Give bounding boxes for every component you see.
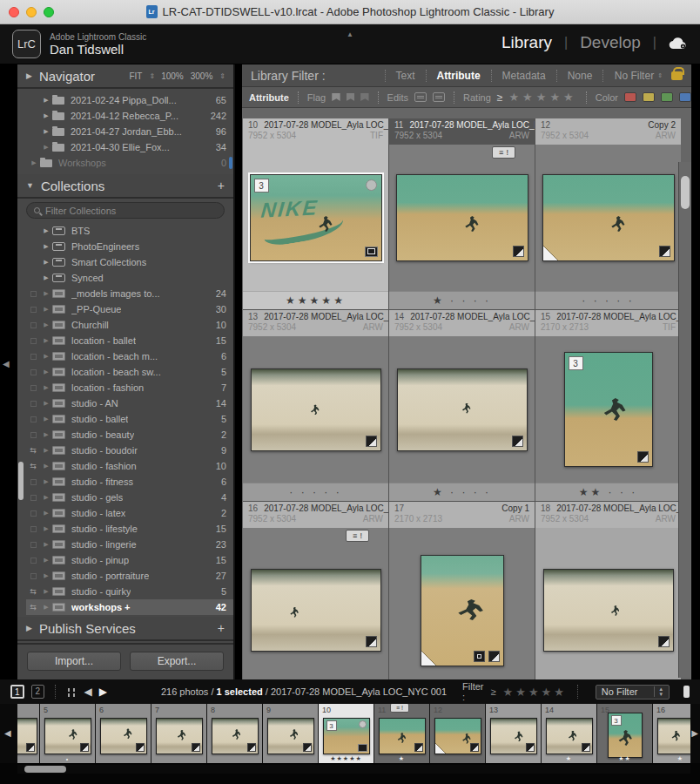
filmstrip-scrollbar-thumb[interactable] xyxy=(24,766,66,773)
filmstrip-thumbnail[interactable] xyxy=(100,718,147,754)
photo-thumbnail[interactable] xyxy=(251,368,381,451)
filmstrip-thumbnail[interactable] xyxy=(657,718,691,754)
edited-badge-icon[interactable] xyxy=(366,436,377,447)
filter-tab-attribute[interactable]: Attribute xyxy=(426,70,491,82)
collapse-top-panel-icon[interactable]: ▲ xyxy=(347,30,353,38)
cell-rating-stars[interactable]: · · · · · xyxy=(535,291,681,309)
metadata-conflict-badge[interactable]: ≡! xyxy=(492,146,515,159)
selection-circle-icon[interactable] xyxy=(359,720,367,728)
collection-row[interactable]: ▶studio - boudoir9 xyxy=(26,443,233,458)
edited-filter-icon[interactable] xyxy=(414,92,427,102)
stack-count-badge[interactable]: 3 xyxy=(326,720,337,731)
expander-icon[interactable]: ▶ xyxy=(40,243,52,250)
collection-row[interactable]: ▶studio - fitness6 xyxy=(26,474,233,490)
collection-set-row[interactable]: ▶ PhotoEngineers xyxy=(26,239,233,254)
photo-thumbnail[interactable]: NIKE 3 xyxy=(250,174,382,261)
expander-icon[interactable]: ▼ xyxy=(26,181,34,190)
expander-icon[interactable]: ▶ xyxy=(40,306,52,313)
expander-icon[interactable]: ▶ xyxy=(40,368,52,375)
stepper-icon[interactable]: ▲▼ xyxy=(654,686,663,697)
photo-thumbnail[interactable] xyxy=(396,174,528,261)
cell-rating-stars[interactable]: ★ · · · · xyxy=(389,483,535,501)
collection-row[interactable]: ▶studio - beauty2 xyxy=(26,427,233,443)
filmstrip-thumbnail[interactable] xyxy=(546,718,593,754)
filter-tab-text[interactable]: Text xyxy=(385,70,426,82)
add-collection-button[interactable]: + xyxy=(218,179,225,193)
filmstrip-source-indicator[interactable] xyxy=(683,686,690,698)
back-arrow-icon[interactable]: ◀ xyxy=(84,686,91,698)
collection-row[interactable]: ▶studio - portraiture27 xyxy=(26,568,233,584)
filmstrip-cell[interactable]: 16 ★ xyxy=(653,704,690,763)
filter-tab-metadata[interactable]: Metadata xyxy=(491,70,556,82)
color-filter-blue[interactable] xyxy=(679,92,691,102)
flag-picked-icon[interactable] xyxy=(332,93,340,101)
photo-thumbnail[interactable] xyxy=(421,555,504,666)
grid-cell[interactable]: 112017-07-28 MODEL_Ayla LOC_NYC 0011 795… xyxy=(389,118,535,309)
filmstrip-cell[interactable]: 13 xyxy=(486,704,542,763)
collection-row[interactable]: ▶location - beach sw...5 xyxy=(26,364,233,380)
stack-count-badge[interactable]: 3 xyxy=(611,715,622,726)
folder-row[interactable]: ▶ 2021-02-24 Pippa_Doll... 65 xyxy=(40,92,233,108)
navigator-zoom-300-button[interactable]: 300% xyxy=(191,71,213,81)
expander-icon[interactable]: ▶ xyxy=(26,71,32,80)
filter-stars[interactable]: ★★★★★ xyxy=(503,686,567,699)
edited-badge-icon[interactable] xyxy=(658,636,670,647)
expander-icon[interactable]: ▶ xyxy=(40,604,52,611)
edited-badge-icon[interactable] xyxy=(659,246,670,257)
collection-row[interactable]: ▶location - fashion7 xyxy=(26,380,233,395)
collection-row[interactable]: ▶studio - fashion10 xyxy=(26,458,233,474)
cell-rating-stars[interactable]: ★★ · · · xyxy=(535,483,681,501)
expander-icon[interactable]: ▶ xyxy=(40,557,52,564)
edited-badge-icon[interactable] xyxy=(488,651,500,662)
cell-rating-stars[interactable]: ★★★★★ xyxy=(243,291,388,309)
export-button[interactable]: Export... xyxy=(130,652,224,671)
grid-scrollbar-thumb[interactable] xyxy=(681,176,690,209)
selection-circle-icon[interactable] xyxy=(366,179,377,191)
expander-icon[interactable]: ▶ xyxy=(40,337,52,344)
collection-row[interactable]: ▶location - ballet15 xyxy=(26,333,233,348)
edited-badge-icon[interactable] xyxy=(512,436,523,447)
filmstrip-cell[interactable]: 12 xyxy=(430,704,486,763)
chevron-updown-icon[interactable]: ⇕ xyxy=(149,72,154,80)
folder-row[interactable]: ▶ 2021-04-30 Ellie_Fox... 34 xyxy=(40,139,233,155)
filmstrip-scroll-right-icon[interactable]: ▶ xyxy=(691,728,698,738)
filmstrip-cell[interactable]: 15 3 ★★ xyxy=(597,704,653,763)
filter-gte-toggle[interactable]: ≥ xyxy=(491,686,496,697)
filmstrip-cell[interactable]: 8 xyxy=(207,704,263,763)
folder-row[interactable]: ▶ Workshops 0 xyxy=(28,155,233,171)
collection-row[interactable]: ▶studio - ballet5 xyxy=(26,411,233,427)
expander-icon[interactable]: ▶ xyxy=(40,431,52,438)
collection-row[interactable]: ▶studio - AN14 xyxy=(26,395,233,411)
collection-set-row[interactable]: ▶ Smart Collections xyxy=(26,254,233,270)
rating-stars-filter[interactable]: ★★★★★ xyxy=(508,91,576,104)
expander-icon[interactable]: ▶ xyxy=(40,447,52,454)
filmstrip-thumbnail[interactable] xyxy=(156,718,203,754)
expander-icon[interactable]: ▶ xyxy=(40,588,52,595)
flag-rejected-icon[interactable] xyxy=(360,93,368,101)
crop-badge-icon[interactable] xyxy=(474,651,485,662)
expander-icon[interactable]: ▶ xyxy=(40,290,52,297)
filmstrip-cell[interactable]: 14 ★ xyxy=(542,704,597,763)
filter-collections-searchbox[interactable] xyxy=(26,202,225,219)
navigator-zoom-100-button[interactable]: 100% xyxy=(161,71,184,81)
expander-icon[interactable]: ▶ xyxy=(26,624,32,632)
folder-row[interactable]: ▶ 2021-04-27 Jordan_Ebb... 96 xyxy=(40,124,233,139)
cell-rating-stars[interactable]: ★ · · · · xyxy=(389,291,535,309)
module-tab-develop[interactable]: Develop xyxy=(580,33,641,52)
module-tab-library[interactable]: Library xyxy=(501,33,552,52)
filmstrip-thumbnail[interactable] xyxy=(44,718,91,754)
publish-services-header[interactable]: ▶ Publish Services + xyxy=(17,617,233,641)
expander-icon[interactable]: ▶ xyxy=(40,274,52,281)
filmstrip-thumbnail[interactable] xyxy=(267,718,314,754)
collection-row[interactable]: ▶_PP-Queue30 xyxy=(26,301,233,317)
collection-row[interactable]: ▶Churchill10 xyxy=(26,317,233,333)
folder-row[interactable]: ▶ 2021-04-12 Rebecca_P... 242 xyxy=(40,108,233,124)
expander-icon[interactable]: ▶ xyxy=(28,159,40,166)
expander-icon[interactable]: ▶ xyxy=(40,144,52,151)
expander-icon[interactable]: ▶ xyxy=(40,321,52,328)
expander-icon[interactable]: ▶ xyxy=(40,259,52,266)
expander-icon[interactable]: ▶ xyxy=(40,128,52,135)
edited-badge-icon[interactable] xyxy=(366,636,377,647)
collection-row[interactable]: ▶_models images to...24 xyxy=(26,286,233,301)
grid-cell[interactable]: 132017-07-28 MODEL_Ayla LOC_NYC 0012 795… xyxy=(243,310,388,501)
